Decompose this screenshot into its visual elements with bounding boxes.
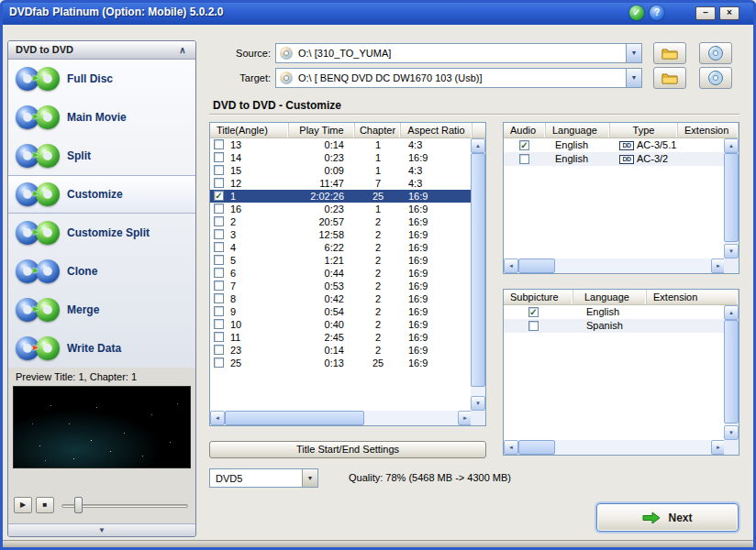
title-row[interactable]: 160:23116:9 <box>210 203 471 215</box>
title-row[interactable]: 70:53216:9 <box>210 280 471 292</box>
column-header-extension[interactable]: Extension <box>647 290 739 304</box>
scrollbar-thumb[interactable] <box>471 153 485 387</box>
disc-size-dropdown-button[interactable]: ▼ <box>302 469 317 487</box>
checkbox[interactable] <box>214 242 224 252</box>
title-row[interactable]: 51:21216:9 <box>210 254 471 267</box>
column-header-language[interactable]: Language <box>573 290 647 304</box>
update-check-icon[interactable]: ✓ <box>629 6 644 20</box>
checkbox[interactable] <box>528 321 539 331</box>
vertical-scrollbar[interactable]: ▲ ▼ <box>724 305 739 440</box>
disc-size-combo[interactable]: DVD5 ▼ <box>209 468 318 488</box>
sidebar-item-merge[interactable]: ►Merge <box>8 291 195 329</box>
scroll-down-button[interactable]: ▼ <box>724 425 739 440</box>
column-header-type[interactable]: Type <box>610 123 678 138</box>
title-row[interactable]: 80:42216:9 <box>210 292 471 305</box>
checkbox[interactable]: ✓ <box>519 140 529 150</box>
scrollbar-thumb[interactable] <box>724 153 739 242</box>
horizontal-scrollbar[interactable]: ◄ ► <box>210 411 472 425</box>
scrollbar-thumb[interactable] <box>225 411 364 425</box>
sidebar-item-customize-split[interactable]: ►Customize Split <box>8 214 195 252</box>
stop-button[interactable]: ■ <box>36 497 54 513</box>
title-start-end-settings-button[interactable]: Title Start/End Settings <box>209 441 486 458</box>
scroll-up-button[interactable]: ▲ <box>471 138 485 153</box>
checkbox[interactable] <box>214 152 224 162</box>
next-button[interactable]: Next <box>596 503 739 532</box>
seek-slider-thumb[interactable] <box>74 497 83 513</box>
title-row[interactable]: 100:40216:9 <box>210 318 471 331</box>
checkbox[interactable] <box>214 293 224 303</box>
title-row[interactable]: 1211:4774:3 <box>210 177 471 190</box>
column-header-play-time[interactable]: Play Time <box>289 123 355 138</box>
title-row[interactable]: 150:0914:3 <box>210 164 471 177</box>
title-row[interactable]: 46:22216:9 <box>210 241 471 254</box>
column-header-audio[interactable]: Audio <box>504 123 546 138</box>
column-header-extension[interactable]: Extension <box>678 123 739 138</box>
title-row[interactable]: 60:44216:9 <box>210 267 471 280</box>
source-dropdown-button[interactable]: ▼ <box>626 44 641 62</box>
title-row[interactable]: 90:54216:9 <box>210 305 471 318</box>
horizontal-scrollbar[interactable]: ◄ ► <box>504 440 726 455</box>
checkbox[interactable] <box>214 345 224 355</box>
checkbox[interactable] <box>214 319 224 329</box>
column-header-language[interactable]: Language <box>546 123 610 138</box>
checkbox[interactable] <box>214 268 224 278</box>
checkbox[interactable] <box>214 165 224 175</box>
close-button[interactable]: × <box>719 6 739 20</box>
title-row[interactable]: 220:57216:9 <box>210 215 471 228</box>
checkbox[interactable]: ✓ <box>214 191 224 201</box>
checkbox[interactable] <box>214 255 224 265</box>
subpicture-row[interactable]: Spanish <box>504 319 724 333</box>
title-row[interactable]: 250:132516:9 <box>210 357 471 369</box>
title-row[interactable]: 140:23116:9 <box>210 151 471 164</box>
title-row[interactable]: 130:1414:3 <box>210 138 471 151</box>
sidebar-item-split[interactable]: ►Split <box>8 137 195 175</box>
target-open-disc-button[interactable] <box>699 67 732 89</box>
column-header-aspect-ratio[interactable]: Aspect Ratio <box>401 123 472 138</box>
source-browse-folder-button[interactable] <box>653 42 686 64</box>
checkbox[interactable] <box>214 204 224 214</box>
title-row[interactable]: 230:14216:9 <box>210 344 471 357</box>
checkbox[interactable] <box>214 280 224 291</box>
sidebar-item-customize[interactable]: ►Customize <box>8 175 195 214</box>
play-button[interactable]: ▶ <box>14 497 32 513</box>
scroll-left-button[interactable]: ◄ <box>210 411 225 425</box>
target-combo[interactable]: O:\ [ BENQ DVD DC DW1670 103 (Usb)] ▼ <box>275 68 642 88</box>
title-row[interactable]: 312:58216:9 <box>210 228 471 241</box>
scroll-up-button[interactable]: ▲ <box>724 138 739 153</box>
audio-row[interactable]: ✓EnglishDDAC-3/5.1 <box>504 138 724 152</box>
column-header-title-angle[interactable]: Title(Angle) <box>210 123 289 138</box>
source-open-disc-button[interactable] <box>699 42 732 64</box>
sidebar-item-clone[interactable]: ►Clone <box>8 252 195 291</box>
title-row[interactable]: ✓12:02:262516:9 <box>210 190 471 203</box>
vertical-scrollbar[interactable]: ▲ ▼ <box>471 138 485 411</box>
vertical-scrollbar[interactable]: ▲ ▼ <box>724 138 739 258</box>
scrollbar-thumb[interactable] <box>518 440 555 455</box>
column-header-subpicture[interactable]: Subpicture <box>504 290 573 304</box>
checkbox[interactable] <box>214 332 224 342</box>
checkbox[interactable] <box>214 178 224 188</box>
scroll-down-button[interactable]: ▼ <box>471 396 485 411</box>
subpicture-row[interactable]: ✓English <box>504 305 724 319</box>
title-row[interactable]: 112:45216:9 <box>210 331 471 344</box>
scroll-left-button[interactable]: ◄ <box>504 258 518 273</box>
checkbox[interactable] <box>214 139 224 149</box>
sidebar-item-main-movie[interactable]: ►Main Movie <box>8 98 195 137</box>
horizontal-scrollbar[interactable]: ◄ ► <box>504 258 726 273</box>
scrollbar-thumb[interactable] <box>724 320 739 424</box>
collapse-sidebar-button[interactable]: ∧ <box>175 43 190 57</box>
audio-row[interactable]: EnglishDDAC-3/2 <box>504 152 724 166</box>
target-browse-folder-button[interactable] <box>653 67 686 89</box>
help-icon[interactable]: ? <box>650 6 664 20</box>
source-combo[interactable]: O:\ [310_TO_YUMA] ▼ <box>275 43 642 63</box>
checkbox[interactable] <box>214 358 224 368</box>
sidebar-item-write-data[interactable]: ►Write Data <box>8 329 195 368</box>
collapse-preview-button[interactable]: ▼ <box>8 523 195 536</box>
checkbox[interactable]: ✓ <box>528 307 539 317</box>
scroll-up-button[interactable]: ▲ <box>724 305 739 320</box>
scroll-left-button[interactable]: ◄ <box>504 440 518 455</box>
checkbox[interactable] <box>214 229 224 239</box>
minimize-button[interactable]: – <box>695 6 716 20</box>
checkbox[interactable] <box>214 216 224 226</box>
target-dropdown-button[interactable]: ▼ <box>626 69 641 87</box>
scroll-down-button[interactable]: ▼ <box>724 244 739 258</box>
